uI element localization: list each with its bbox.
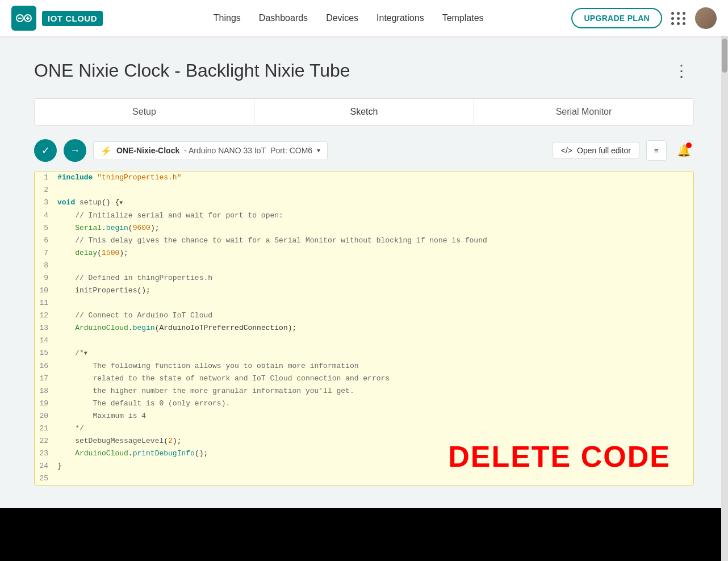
code-line: 21 */ (35, 422, 693, 435)
device-name: ONE-Nixie-Clock (116, 146, 179, 155)
code-line: 16 The following function allows you to … (35, 360, 693, 372)
upload-button[interactable]: → (64, 139, 86, 162)
code-line: 23 ArduinoCloud.printDebugInfo(); (35, 447, 693, 460)
more-menu-button[interactable]: ⋮ (669, 59, 694, 82)
bell-badge (686, 143, 692, 148)
line-content: ArduinoCloud.begin(ArduinoIoTPreferredCo… (55, 322, 693, 334)
bell-button[interactable]: 🔔 (673, 140, 694, 161)
logo-area: IOT CLOUD (11, 6, 103, 31)
arduino-logo-icon (11, 6, 36, 31)
line-number: 9 (35, 272, 55, 284)
line-number: 20 (35, 410, 55, 422)
line-content: Serial.begin(9600); (55, 222, 693, 235)
line-content: } (55, 460, 693, 472)
line-number: 15 (35, 347, 55, 359)
code-line: 3void setup() {▼ (35, 196, 693, 210)
line-number: 13 (35, 322, 55, 334)
line-number: 8 (35, 259, 55, 272)
code-line: 7 delay(1500); (35, 247, 693, 259)
scroll-thumb[interactable] (722, 39, 727, 73)
line-number: 16 (35, 360, 55, 372)
code-line: 18 the higher number the more granular i… (35, 385, 693, 397)
line-number: 21 (35, 422, 55, 435)
nav-templates[interactable]: Templates (442, 11, 484, 26)
verify-button[interactable]: ✓ (34, 139, 57, 162)
nav-right: UPGRADE PLAN (571, 7, 717, 29)
code-icon: </> (561, 146, 572, 155)
line-content: the higher number the more granular info… (55, 385, 693, 397)
line-number: 17 (35, 372, 55, 385)
line-content: setDebugMessageLevel(2); (55, 435, 693, 447)
usb-icon: ⚡ (101, 145, 112, 156)
line-number: 19 (35, 397, 55, 410)
chevron-down-icon: ▾ (317, 146, 320, 154)
line-content: // Connect to Arduino IoT Cloud (55, 309, 693, 322)
line-number: 6 (35, 235, 55, 247)
code-line: 5 Serial.begin(9600); (35, 222, 693, 235)
line-content: Maximum is 4 (55, 410, 693, 422)
code-line: 12 // Connect to Arduino IoT Cloud (35, 309, 693, 322)
toolbar: ✓ → ⚡ ONE-Nixie-Clock - Arduino NANO 33 … (34, 139, 694, 162)
line-content: // This delay gives the chance to wait f… (55, 235, 693, 247)
nav-dashboards[interactable]: Dashboards (259, 11, 308, 26)
line-number: 3 (35, 196, 55, 209)
line-content: ArduinoCloud.printDebugInfo(); (55, 447, 693, 460)
code-line: 15 /*▼ (35, 347, 693, 360)
line-number: 22 (35, 435, 55, 447)
line-number: 14 (35, 334, 55, 347)
avatar-image (695, 7, 717, 29)
line-number: 4 (35, 210, 55, 222)
logo-text: IOT CLOUD (42, 11, 103, 26)
line-number: 25 (35, 472, 55, 485)
code-line: 17 related to the state of network and I… (35, 372, 693, 385)
code-line: 22 setDebugMessageLevel(2); (35, 435, 693, 447)
bottom-black-area (0, 508, 728, 561)
device-selector[interactable]: ⚡ ONE-Nixie-Clock - Arduino NANO 33 IoT … (93, 141, 328, 160)
page-header: ONE Nixie Clock - Backlight Nixie Tube ⋮ (34, 59, 694, 82)
line-content: related to the state of network and IoT … (55, 372, 693, 385)
code-line: 20 Maximum is 4 (35, 410, 693, 422)
open-editor-label: Open full editor (577, 146, 631, 155)
scrollbar[interactable] (721, 36, 728, 561)
code-line: 11 (35, 297, 693, 309)
line-number: 7 (35, 247, 55, 259)
grid-menu-icon[interactable] (671, 12, 686, 25)
avatar[interactable] (695, 7, 717, 29)
upgrade-plan-button[interactable]: UPGRADE PLAN (571, 8, 662, 28)
code-line: 25 (35, 472, 693, 485)
line-number: 24 (35, 460, 55, 472)
tab-serial-monitor[interactable]: Serial Monitor (474, 99, 693, 125)
list-icon-button[interactable]: ≡ (646, 140, 667, 161)
line-content: // Defined in thingProperties.h (55, 272, 693, 284)
line-number: 5 (35, 222, 55, 235)
line-content: #include "thingProperties.h" (55, 171, 693, 184)
page-title: ONE Nixie Clock - Backlight Nixie Tube (34, 60, 350, 81)
tabs: Setup Sketch Serial Monitor (34, 98, 694, 125)
navbar: IOT CLOUD Things Dashboards Devices Inte… (0, 0, 728, 36)
code-line: 6 // This delay gives the chance to wait… (35, 235, 693, 247)
code-line: 14 (35, 334, 693, 347)
line-number: 10 (35, 284, 55, 297)
code-line: 8 (35, 259, 693, 272)
nav-links: Things Dashboards Devices Integrations T… (125, 11, 571, 26)
line-number: 2 (35, 184, 55, 196)
code-editor[interactable]: 1#include "thingProperties.h"23void setu… (34, 171, 694, 485)
line-content: */ (55, 422, 693, 435)
line-number: 12 (35, 309, 55, 322)
line-content: // Initialize serial and wait for port t… (55, 210, 693, 222)
tab-setup[interactable]: Setup (35, 99, 254, 125)
open-full-editor-button[interactable]: </> Open full editor (553, 142, 639, 159)
line-content: /*▼ (55, 347, 693, 360)
nav-devices[interactable]: Devices (326, 11, 358, 26)
nav-integrations[interactable]: Integrations (376, 11, 424, 26)
list-icon: ≡ (654, 146, 659, 155)
code-line: 4 // Initialize serial and wait for port… (35, 210, 693, 222)
main-content: ONE Nixie Clock - Backlight Nixie Tube ⋮… (0, 36, 728, 508)
tab-sketch[interactable]: Sketch (254, 99, 474, 125)
nav-things[interactable]: Things (214, 11, 241, 26)
line-content: initProperties(); (55, 284, 693, 297)
arrow-icon: → (70, 145, 80, 157)
line-content: void setup() {▼ (55, 196, 693, 210)
code-line: 24} (35, 460, 693, 472)
device-board: - Arduino NANO 33 IoT (184, 146, 266, 155)
